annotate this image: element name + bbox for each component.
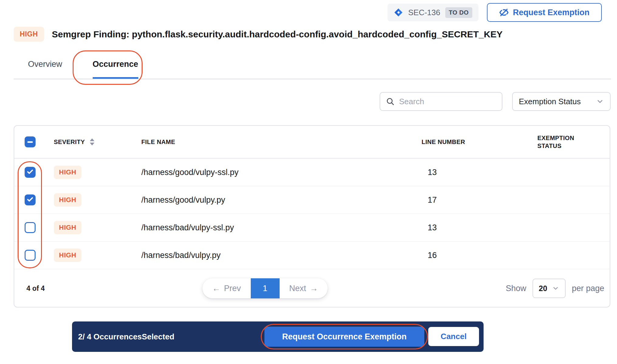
file-name-cell: /harness/bad/vulpy-ssl.py — [141, 223, 234, 232]
tab-occurrence[interactable]: Occurrence — [93, 60, 138, 79]
pagination-bar: 4 of 4 ← Prev 1 Next → Show 20 per page — [14, 269, 610, 307]
search-box — [380, 92, 502, 111]
search-icon — [386, 97, 395, 106]
show-label: Show — [506, 284, 526, 293]
page-size-dropdown[interactable]: 20 — [533, 279, 566, 298]
select-all-checkbox[interactable] — [25, 136, 36, 147]
severity-badge: HIGH — [54, 166, 81, 179]
table-row: HIGH /harness/bad/vulpy.py 16 — [14, 242, 610, 269]
page-title: Semgrep Finding: python.flask.security.a… — [52, 29, 503, 39]
severity-badge: HIGH — [54, 249, 81, 262]
request-exemption-button[interactable]: Request Exemption — [487, 3, 602, 22]
request-occurrence-exemption-button[interactable]: Request Occurrence Exemption — [264, 327, 424, 347]
exemption-status-dropdown[interactable]: Exemption Status — [512, 92, 611, 111]
cancel-button[interactable]: Cancel — [428, 327, 479, 346]
title-row: HIGH Semgrep Finding: python.flask.secur… — [14, 27, 503, 42]
row-checkbox[interactable] — [25, 194, 36, 205]
row-count-label: 4 of 4 — [26, 284, 45, 293]
check-icon — [26, 195, 34, 204]
finding-severity-badge: HIGH — [14, 27, 44, 42]
pager: ← Prev 1 Next → — [202, 278, 328, 298]
chevron-down-icon — [596, 98, 604, 105]
line-number-cell: 16 — [428, 251, 437, 260]
request-exemption-label: Request Exemption — [513, 8, 589, 17]
table-row: HIGH /harness/good/vulpy-ssl.py 13 — [14, 159, 610, 186]
indeterminate-minus-icon — [27, 141, 33, 143]
table-header-row: SEVERITY FILE NAME LINE NUMBER EXEMPTION… — [14, 126, 610, 159]
selection-action-bar: 2/ 4 OccurrencesSelected Request Occurre… — [72, 321, 484, 352]
prev-page-button[interactable]: ← Prev — [202, 278, 251, 298]
occurrences-selected-label: 2/ 4 OccurrencesSelected — [78, 332, 174, 342]
next-page-button[interactable]: Next → — [280, 278, 328, 298]
eye-off-icon — [499, 8, 509, 17]
column-header-exemption-status: EXEMPTION STATUS — [537, 135, 574, 149]
line-number-cell: 13 — [428, 168, 437, 177]
arrow-right-icon: → — [310, 284, 318, 293]
row-checkbox[interactable] — [25, 250, 36, 261]
file-name-cell: /harness/good/vulpy.py — [141, 195, 225, 204]
severity-badge: HIGH — [54, 221, 81, 234]
per-page-label: per page — [572, 284, 604, 293]
sort-icon[interactable] — [89, 138, 95, 146]
tab-bar: Overview Occurrence — [28, 60, 138, 79]
severity-badge: HIGH — [54, 193, 81, 207]
line-number-cell: 13 — [428, 223, 437, 232]
table-row: HIGH /harness/good/vulpy.py 17 — [14, 186, 610, 214]
tabs-divider — [14, 79, 611, 79]
column-header-file-name: FILE NAME — [141, 139, 175, 145]
jira-issue-chip[interactable]: SEC-136 TO DO — [388, 4, 478, 21]
chevron-down-icon — [552, 285, 559, 292]
exemption-status-dropdown-label: Exemption Status — [519, 97, 581, 106]
line-number-cell: 17 — [428, 195, 437, 204]
table-row: HIGH /harness/bad/vulpy-ssl.py 13 — [14, 214, 610, 242]
page-size-value: 20 — [539, 284, 547, 293]
check-icon — [26, 168, 34, 177]
tab-overview[interactable]: Overview — [28, 60, 62, 79]
search-input[interactable] — [399, 97, 496, 106]
jira-issue-key: SEC-136 — [408, 8, 440, 17]
occurrences-table: SEVERITY FILE NAME LINE NUMBER EXEMPTION… — [14, 125, 610, 307]
arrow-left-icon: ← — [212, 284, 220, 293]
file-name-cell: /harness/good/vulpy-ssl.py — [141, 168, 239, 177]
jira-icon — [394, 8, 403, 17]
row-checkbox[interactable] — [25, 222, 36, 233]
column-header-severity: SEVERITY — [54, 139, 85, 146]
current-page-button[interactable]: 1 — [251, 278, 280, 298]
jira-status-badge: TO DO — [445, 7, 472, 18]
row-checkbox[interactable] — [25, 167, 36, 178]
column-header-line-number: LINE NUMBER — [422, 139, 465, 145]
file-name-cell: /harness/bad/vulpy.py — [141, 251, 221, 260]
page-size-control: Show 20 per page — [506, 279, 604, 298]
